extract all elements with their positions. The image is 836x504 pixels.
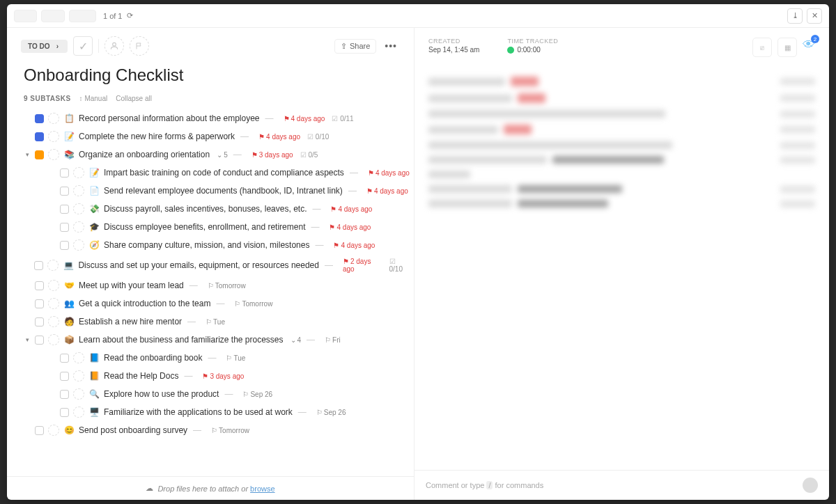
task-title-text[interactable]: Read the Help Docs	[104, 371, 178, 381]
task-title-text[interactable]: Get a quick introduction to the team	[79, 299, 210, 308]
status-checkbox[interactable]	[60, 223, 69, 232]
priority-button[interactable]	[130, 36, 149, 56]
task-title-text[interactable]: Discuss and set up your emails, equipmen…	[78, 260, 319, 270]
expand-caret[interactable]: ▾	[24, 151, 31, 158]
more-menu-button[interactable]: •••	[382, 39, 400, 53]
play-icon[interactable]	[507, 47, 514, 54]
browse-link[interactable]: browse	[250, 485, 274, 493]
task-row[interactable]: ▾📚Organize an onboarding orientation⌄ 5—…	[24, 145, 410, 164]
task-title-text[interactable]: Meet up with your team lead	[79, 281, 184, 290]
task-row[interactable]: ▸📝Impart basic training on code of condu…	[24, 164, 410, 182]
refresh-icon[interactable]: ⟳	[127, 11, 133, 20]
assignee-icon[interactable]	[48, 298, 59, 309]
assignee-icon[interactable]	[48, 316, 59, 327]
due-date[interactable]: ⚑2 days ago	[343, 258, 382, 273]
task-title-text[interactable]: Discuss employee benefits, enrollment, a…	[104, 222, 305, 232]
task-row[interactable]: ▸🎓Discuss employee benefits, enrollment,…	[24, 218, 410, 236]
due-date[interactable]: ⚑4 days ago	[330, 205, 372, 213]
comment-input[interactable]: Comment or type / for commands	[415, 470, 829, 500]
due-date[interactable]: ⚐Tue	[226, 354, 245, 362]
task-title-text[interactable]: Read the onboarding book	[104, 353, 202, 363]
task-row[interactable]: ▸💸Discuss payroll, sales incentives, bon…	[24, 200, 410, 218]
task-row[interactable]: ▸💻Discuss and set up your emails, equipm…	[24, 254, 410, 276]
task-row[interactable]: ▸🧑Establish a new hire mentor—⚐Tue	[24, 313, 410, 331]
breadcrumb-chip[interactable]	[41, 10, 64, 22]
collapse-all[interactable]: Collapse all	[116, 95, 152, 102]
meta-action-2[interactable]: ▦	[777, 38, 797, 57]
task-title-text[interactable]: Familiarize with the applications to be …	[104, 407, 293, 417]
task-row[interactable]: ▸📘Read the onboarding book—⚐Tue	[24, 349, 410, 367]
assignee-icon[interactable]	[73, 203, 84, 214]
watchers-button[interactable]: 👁 2	[803, 38, 815, 57]
breadcrumb-chip[interactable]	[14, 10, 37, 22]
complete-button[interactable]: ✓	[73, 36, 93, 56]
status-checkbox[interactable]	[35, 132, 44, 141]
share-button[interactable]: ⇪ Share	[334, 39, 376, 54]
assignee-icon[interactable]	[48, 280, 59, 291]
task-row[interactable]: ▸📙Read the Help Docs—⚑3 days ago	[24, 367, 410, 385]
due-date[interactable]: ⚐Tomorrow	[211, 427, 249, 434]
task-title-text[interactable]: Learn about the business and familiarize…	[79, 335, 284, 345]
status-checkbox[interactable]	[60, 168, 69, 178]
due-date[interactable]: ⚑4 days ago	[258, 133, 300, 141]
due-date[interactable]: ⚐Sep 26	[316, 409, 346, 416]
assignee-icon[interactable]	[73, 370, 84, 381]
assignee-icon[interactable]	[73, 388, 84, 400]
due-date[interactable]: ⚐Tomorrow	[234, 300, 272, 308]
assignee-icon[interactable]	[48, 334, 59, 345]
task-title-text[interactable]: Complete the new hire forms & paperwork	[79, 132, 235, 141]
task-row[interactable]: ▸😊Send post onboarding survey—⚐Tomorrow	[24, 421, 410, 439]
task-row[interactable]: ▸📄Send relevant employee documents (hand…	[24, 182, 410, 200]
due-date[interactable]: ⚐Tue	[206, 318, 225, 326]
assignee-icon[interactable]	[48, 149, 59, 160]
status-checkbox[interactable]	[60, 354, 69, 363]
due-date[interactable]: ⚑4 days ago	[284, 115, 325, 123]
breadcrumb-chip[interactable]	[69, 10, 96, 22]
due-date[interactable]: ⚐Sep 26	[242, 391, 272, 398]
task-title-text[interactable]: Explore how to use the product	[104, 389, 219, 399]
task-title[interactable]: Onboarding Checklist	[7, 58, 414, 95]
status-checkbox[interactable]	[35, 299, 44, 308]
status-checkbox[interactable]	[60, 187, 69, 196]
task-row[interactable]: ▸👥Get a quick introduction to the team—⚐…	[24, 294, 410, 313]
due-date[interactable]: ⚐Fri	[325, 336, 341, 344]
due-date[interactable]: ⚑4 days ago	[329, 223, 371, 231]
status-checkbox[interactable]	[60, 390, 69, 399]
assignee-icon[interactable]	[48, 425, 59, 436]
assignee-icon[interactable]	[73, 185, 84, 196]
assignee-icon[interactable]	[73, 239, 84, 251]
status-checkbox[interactable]	[60, 372, 69, 381]
status-checkbox[interactable]	[60, 205, 69, 214]
user-avatar[interactable]	[803, 478, 818, 493]
due-date[interactable]: ⚑3 days ago	[202, 372, 244, 380]
status-checkbox[interactable]	[35, 281, 44, 290]
status-button[interactable]: TO DO ›	[21, 40, 68, 53]
task-title-text[interactable]: Organize an onboarding orientation	[79, 150, 210, 159]
status-checkbox[interactable]	[35, 317, 44, 326]
task-row[interactable]: ▸📋Record personal information about the …	[24, 109, 410, 127]
task-row[interactable]: ▸📝Complete the new hire forms & paperwor…	[24, 127, 410, 145]
task-row[interactable]: ▸🤝Meet up with your team lead—⚐Tomorrow	[24, 276, 410, 294]
assignee-icon[interactable]	[73, 352, 84, 363]
task-title-text[interactable]: Discuss payroll, sales incentives, bonus…	[104, 204, 307, 214]
expand-caret[interactable]: ▾	[24, 336, 31, 343]
task-row[interactable]: ▾📦Learn about the business and familiari…	[24, 331, 410, 349]
due-date[interactable]: ⚐Tomorrow	[208, 282, 246, 290]
status-checkbox[interactable]	[35, 150, 44, 159]
status-checkbox[interactable]	[34, 261, 43, 270]
task-title-text[interactable]: Send relevant employee documents (handbo…	[104, 186, 343, 196]
due-date[interactable]: ⚑4 days ago	[368, 169, 410, 177]
status-checkbox[interactable]	[35, 426, 44, 435]
minimize-icon[interactable]: ⤓	[787, 8, 803, 24]
task-row[interactable]: ▸🔍Explore how to use the product—⚐Sep 26	[24, 385, 410, 403]
assignee-icon[interactable]	[48, 131, 59, 142]
status-next-icon[interactable]: ›	[54, 42, 61, 50]
status-checkbox[interactable]	[35, 114, 44, 123]
due-date[interactable]: ⚑4 days ago	[366, 187, 408, 195]
close-icon[interactable]: ✕	[807, 8, 822, 24]
task-row[interactable]: ▸🧭Share company culture, mission, and vi…	[24, 236, 410, 254]
task-title-text[interactable]: Establish a new hire mentor	[79, 317, 182, 326]
assignee-icon[interactable]	[47, 260, 59, 271]
due-date[interactable]: ⚑4 days ago	[333, 242, 375, 249]
task-row[interactable]: ▸🖥️Familiarize with the applications to …	[24, 403, 410, 421]
